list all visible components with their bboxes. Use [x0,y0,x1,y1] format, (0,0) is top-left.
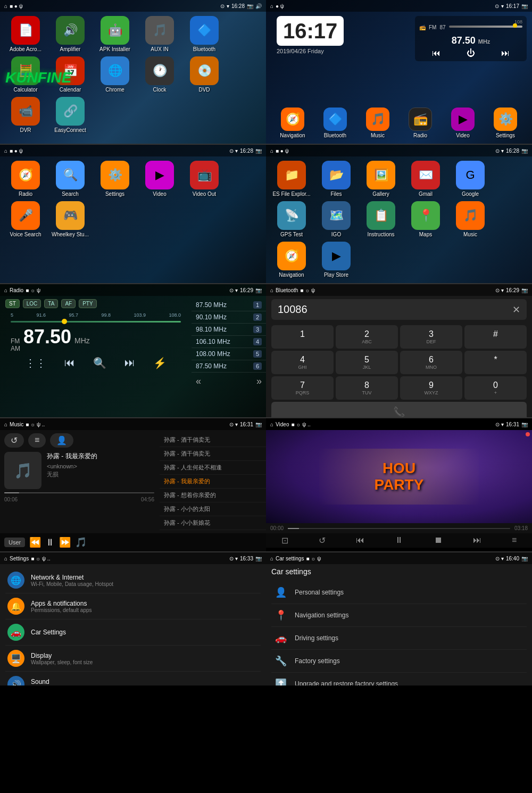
radio-loc-btn[interactable]: LOC [23,299,41,308]
preset-5[interactable]: 108.00 MHz5 [192,348,266,360]
app-music-dash[interactable]: 🎵 Music [358,108,398,138]
app-playstore[interactable]: ▶ Play Store [316,242,356,278]
cs-upgrade[interactable]: ⬆️ Upgrade and restore factory settings [271,673,527,685]
app-gpstest[interactable]: 📡 GPS Test [271,201,312,237]
music-forward-btn[interactable]: ⏩ [59,536,71,548]
video-playpause-btn[interactable]: ⏸ [395,535,403,546]
playlist-item-7[interactable]: 孙露 - 小小新娘花 [160,516,266,530]
settings-car[interactable]: 🚗 Car Settings [5,619,261,646]
app-search[interactable]: 🔍 Search [50,161,90,197]
dial-delete-btn[interactable]: ✕ [512,304,520,316]
playlist-item-2[interactable]: 孙露 - 酒干倘卖无 [160,447,266,461]
dial-key-6[interactable]: 6MNO [400,351,462,374]
app-dvd[interactable]: 💿 DVD [184,56,225,93]
app-radio-dash[interactable]: 📻 Radio [400,108,440,138]
radio-search-btn[interactable]: 🔍 [93,357,106,369]
video-stop-btn[interactable]: ⏹ [434,535,443,546]
radio-prev-track[interactable]: ⏮ [64,357,75,369]
app-voicesearch[interactable]: 🎤 Voice Search [5,201,46,237]
radio-ta-btn[interactable]: TA [44,299,58,308]
app-video-dash[interactable]: ▶ Video [443,108,483,138]
app-easyconnect[interactable]: 🔗 EasyConnect [50,97,90,133]
dial-key-0[interactable]: 0+ [464,376,527,400]
music-progress-bar[interactable] [4,492,154,493]
app-nav2[interactable]: 🧭 Navigation [271,242,312,278]
video-thumbnail[interactable]: HOUPARTY [266,430,532,523]
app-videoout[interactable]: 📺 Video Out [184,161,225,197]
app-files[interactable]: 📂 Files [316,161,356,197]
music-loop-btn[interactable]: ↺ [4,433,24,448]
app-google[interactable]: G Google [450,161,491,197]
app-wheelkey[interactable]: 🎮 Wheelkey Stu... [50,201,90,237]
cs-factory[interactable]: 🔧 Factory settings [271,650,527,673]
app-gmail[interactable]: ✉️ Gmail [405,161,446,197]
freq-slider-bar[interactable] [11,321,181,323]
dial-key-8[interactable]: 8TUV [336,376,398,400]
app-settings2[interactable]: ⚙️ Settings [95,161,135,197]
dial-key-9[interactable]: 9WXYZ [400,376,462,400]
playlist-item-1[interactable]: 孙露 - 酒干倘卖无 [160,433,266,447]
app-amplifier[interactable]: 🔊 Amplifier [50,16,90,52]
playlist-item-3[interactable]: 孙露 - 人生何处不相逢 [160,461,266,475]
radio-st-btn[interactable]: ST [5,299,20,308]
radio-next-track[interactable]: ⏭ [124,357,135,369]
radio-eq-btn[interactable]: ⚡ [153,357,167,369]
app-navigation[interactable]: 🧭 Navigation [272,108,313,138]
dial-key-hash[interactable]: # [464,325,527,349]
playlist-item-5[interactable]: 孙露 - 想着你亲爱的 [160,489,266,502]
settings-network[interactable]: 🌐 Network & Internet Wi-Fi, Mobile, Data… [5,567,261,593]
video-aspect-btn[interactable]: ⊡ [281,535,288,546]
settings-sound[interactable]: 🔊 Sound Volume, vibration, Do Not Distur… [5,672,261,685]
dial-key-star[interactable]: * [464,351,527,374]
preset-4[interactable]: 106.10 MHz4 [192,336,266,348]
music-list-btn[interactable]: ≡ [28,433,46,448]
app-apk[interactable]: 🤖 APK Installer [95,16,135,52]
radio-af-btn[interactable]: AF [61,299,76,308]
settings-display[interactable]: 🖥️ Display Wallpaper, sleep, font size [5,646,261,672]
app-chrome[interactable]: 🌐 Chrome [95,56,135,93]
preset-6[interactable]: 87.50 MHz6 [192,360,266,373]
preset-next-btn[interactable]: » [256,376,262,387]
video-playlist-btn[interactable]: ≡ [512,535,517,546]
music-user-label[interactable]: User [4,538,25,547]
music-pause-btn[interactable]: ⏸ [45,537,55,548]
video-progress-bar[interactable] [288,528,510,529]
app-music2[interactable]: 🎵 Music [450,201,491,237]
dial-key-call[interactable]: 📞 [271,402,527,417]
app-settings-dash[interactable]: ⚙️ Settings [485,108,526,138]
dial-key-7[interactable]: 7PQRS [271,376,334,400]
settings-apps[interactable]: 🔔 Apps & notifications Permissions, defa… [5,593,261,619]
radio-power-btn[interactable]: ⏻ [467,48,475,58]
preset-prev-btn[interactable]: « [196,376,201,387]
app-instructions[interactable]: 📋 Instructions [361,201,401,237]
playlist-item-4[interactable]: 孙露 - 我最亲爱的 [160,475,266,489]
app-bluetooth[interactable]: 🔷 Bluetooth [184,16,225,52]
cs-navigation[interactable]: 📍 Navigation settings [271,604,527,627]
preset-3[interactable]: 98.10 MHz3 [192,324,266,336]
dial-key-3[interactable]: 3DEF [400,325,462,349]
preset-1[interactable]: 87.50 MHz1 [192,299,266,311]
dial-key-5[interactable]: 5JKL [336,351,398,374]
preset-2[interactable]: 90.10 MHz2 [192,311,266,324]
radio-pty-btn[interactable]: PTY [79,299,96,308]
music-user-btn[interactable]: 👤 [50,433,73,448]
app-auxin[interactable]: 🎵 AUX IN [139,16,180,52]
playlist-item-6[interactable]: 孙露 - 小小的太阳 [160,502,266,516]
radio-prev-btn[interactable]: ⏮ [432,48,440,58]
video-prev-btn[interactable]: ⏮ [356,535,364,546]
music-rewind-btn[interactable]: ⏪ [29,536,41,548]
cs-driving[interactable]: 🚗 Driving settings [271,627,527,650]
app-igo[interactable]: 🗺️ IGO [316,201,356,237]
app-maps[interactable]: 📍 Maps [405,201,446,237]
app-dvr[interactable]: 📹 DVR [5,97,46,133]
video-loop-btn[interactable]: ↺ [319,535,326,546]
app-esfile[interactable]: 📁 ES File Explor... [271,161,312,197]
app-video2[interactable]: ▶ Video [139,161,180,197]
app-gallery[interactable]: 🖼️ Gallery [361,161,401,197]
music-queue-btn[interactable]: 🎵 [75,536,87,548]
dial-key-4[interactable]: 4GHI [271,351,334,374]
radio-grid-btn[interactable]: ⋮⋮ [25,357,46,369]
app-bluetooth-dash[interactable]: 🔷 Bluetooth [315,108,355,138]
app-clock[interactable]: 🕐 Clock [139,56,180,93]
app-radio2[interactable]: 🧭 Radio [5,161,46,197]
